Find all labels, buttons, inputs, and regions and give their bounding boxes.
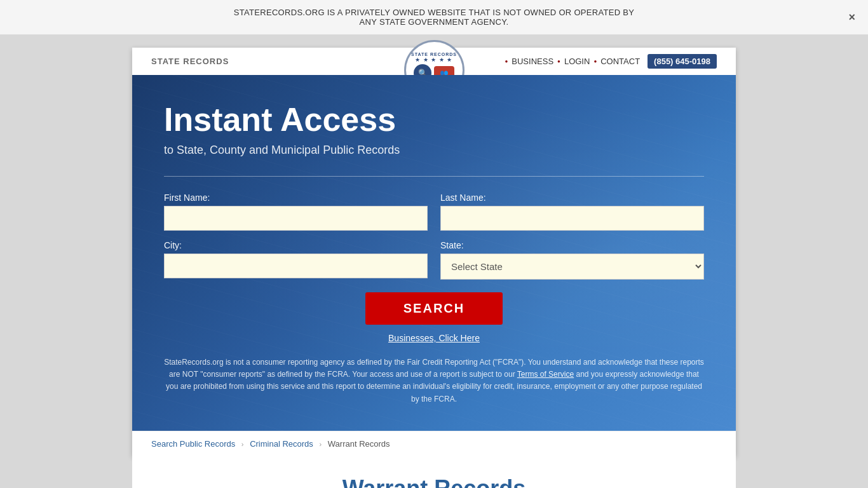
breadcrumb-sep-2: › bbox=[319, 440, 322, 448]
nav-business-link[interactable]: BUSINESS bbox=[512, 57, 553, 66]
first-name-input[interactable] bbox=[164, 206, 428, 231]
phone-number[interactable]: (855) 645-0198 bbox=[648, 54, 717, 69]
logo-top-text: STATE RECORDS bbox=[411, 52, 457, 57]
breadcrumb-item-3: Warrant Records bbox=[328, 439, 390, 449]
last-name-group: Last Name: bbox=[440, 193, 704, 231]
terms-link[interactable]: Terms of Service bbox=[517, 370, 574, 379]
nav-dot-3: ● bbox=[593, 58, 597, 64]
state-select[interactable]: Select StateAlabamaAlaskaArizonaArkansas… bbox=[440, 254, 704, 280]
state-group: State: Select StateAlabamaAlaskaArizonaA… bbox=[440, 240, 704, 280]
site-header: STATE RECORDS STATE RECORDS ★ ★ ★ ★ ★ 🔍 … bbox=[132, 48, 736, 75]
main-wrapper: STATE RECORDS STATE RECORDS ★ ★ ★ ★ ★ 🔍 … bbox=[0, 35, 868, 488]
hero-subtitle: to State, County and Municipal Public Re… bbox=[164, 144, 704, 157]
hero-section: Instant Access to State, County and Muni… bbox=[132, 75, 736, 431]
header-nav: ● BUSINESS ● LOGIN ● CONTACT (855) 645-0… bbox=[505, 54, 717, 69]
breadcrumb-item-2[interactable]: Criminal Records bbox=[250, 439, 313, 449]
city-input[interactable] bbox=[164, 254, 428, 278]
banner-text: STATERECORDS.ORG IS A PRIVATELY OWNED WE… bbox=[234, 8, 634, 27]
disclaimer-text: StateRecords.org is not a consumer repor… bbox=[164, 356, 704, 405]
city-group: City: bbox=[164, 240, 428, 280]
last-name-input[interactable] bbox=[440, 206, 704, 231]
state-label: State: bbox=[440, 240, 704, 250]
nav-dot-2: ● bbox=[557, 58, 560, 64]
form-row-location: City: State: Select StateAlabamaAlaskaAr… bbox=[164, 240, 704, 280]
first-name-group: First Name: bbox=[164, 193, 428, 231]
nav-login-link[interactable]: LOGIN bbox=[564, 57, 590, 66]
banner-close-button[interactable]: × bbox=[848, 11, 855, 24]
hero-title: Instant Access bbox=[164, 100, 704, 139]
hero-divider bbox=[164, 176, 704, 177]
breadcrumb: Search Public Records › Criminal Records… bbox=[132, 431, 736, 456]
top-banner: STATERECORDS.ORG IS A PRIVATELY OWNED WE… bbox=[0, 0, 868, 35]
page-title-section: Warrant Records bbox=[132, 456, 736, 488]
nav-contact-link[interactable]: CONTACT bbox=[600, 57, 640, 66]
site-name: STATE RECORDS bbox=[151, 57, 229, 66]
breadcrumb-item-1[interactable]: Search Public Records bbox=[151, 439, 235, 449]
search-button[interactable]: SEARCH bbox=[365, 292, 503, 325]
city-label: City: bbox=[164, 240, 428, 250]
search-form: First Name: Last Name: City: State: bbox=[164, 193, 704, 344]
business-link-wrapper: Businesses, Click Here bbox=[164, 332, 704, 344]
page-main-title: Warrant Records bbox=[145, 475, 723, 488]
logo-stars: ★ ★ ★ ★ ★ bbox=[415, 57, 452, 63]
site-container: STATE RECORDS STATE RECORDS ★ ★ ★ ★ ★ 🔍 … bbox=[132, 48, 736, 456]
breadcrumb-sep-1: › bbox=[241, 440, 244, 448]
business-link[interactable]: Businesses, Click Here bbox=[388, 333, 480, 343]
nav-dot-1: ● bbox=[505, 58, 508, 64]
search-btn-wrapper: SEARCH bbox=[164, 292, 704, 325]
first-name-label: First Name: bbox=[164, 193, 428, 203]
last-name-label: Last Name: bbox=[440, 193, 704, 203]
form-row-name: First Name: Last Name: bbox=[164, 193, 704, 231]
